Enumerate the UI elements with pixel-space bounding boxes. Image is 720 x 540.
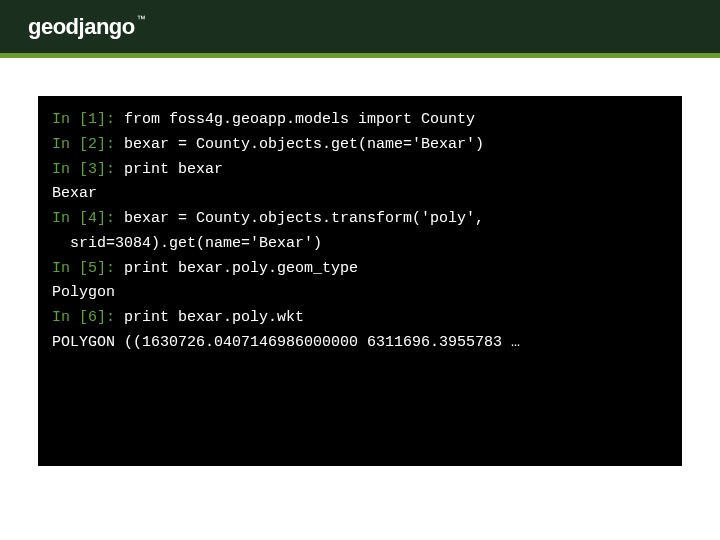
trademark-icon: ™ bbox=[137, 14, 146, 24]
prompt-in: In bbox=[52, 210, 79, 227]
code-text: from foss4g.geoapp.models import County bbox=[115, 111, 475, 128]
terminal-continuation: srid=3084).get(name='Bexar') bbox=[52, 232, 668, 257]
terminal-line: In [3]: print bexar bbox=[52, 158, 668, 183]
code-text: print bexar bbox=[115, 161, 223, 178]
terminal-output: Polygon bbox=[52, 281, 668, 306]
terminal-line: In [6]: print bexar.poly.wkt bbox=[52, 306, 668, 331]
terminal-line: In [5]: print bexar.poly.geom_type bbox=[52, 257, 668, 282]
prompt-num: [4]: bbox=[79, 210, 115, 227]
prompt-num: [3]: bbox=[79, 161, 115, 178]
header-bar: geodjango™ bbox=[0, 0, 720, 58]
prompt-in: In bbox=[52, 111, 79, 128]
terminal-line: In [4]: bexar = County.objects.transform… bbox=[52, 207, 668, 232]
code-text: print bexar.poly.wkt bbox=[115, 309, 304, 326]
prompt-num: [5]: bbox=[79, 260, 115, 277]
terminal-output: POLYGON ((1630726.0407146986000000 63116… bbox=[52, 331, 668, 356]
code-text: print bexar.poly.geom_type bbox=[115, 260, 358, 277]
prompt-in: In bbox=[52, 161, 79, 178]
terminal-line: In [1]: from foss4g.geoapp.models import… bbox=[52, 108, 668, 133]
prompt-num: [2]: bbox=[79, 136, 115, 153]
prompt-in: In bbox=[52, 136, 79, 153]
terminal-output: Bexar bbox=[52, 182, 668, 207]
code-text: bexar = County.objects.transform('poly', bbox=[115, 210, 484, 227]
prompt-num: [6]: bbox=[79, 309, 115, 326]
terminal-line: In [2]: bexar = County.objects.get(name=… bbox=[52, 133, 668, 158]
code-text: bexar = County.objects.get(name='Bexar') bbox=[115, 136, 484, 153]
slide-content: In [1]: from foss4g.geoapp.models import… bbox=[0, 58, 720, 466]
brand-text: geodjango bbox=[28, 14, 135, 39]
terminal: In [1]: from foss4g.geoapp.models import… bbox=[38, 96, 682, 466]
brand-logo: geodjango™ bbox=[28, 14, 145, 40]
prompt-in: In bbox=[52, 309, 79, 326]
prompt-num: [1]: bbox=[79, 111, 115, 128]
prompt-in: In bbox=[52, 260, 79, 277]
